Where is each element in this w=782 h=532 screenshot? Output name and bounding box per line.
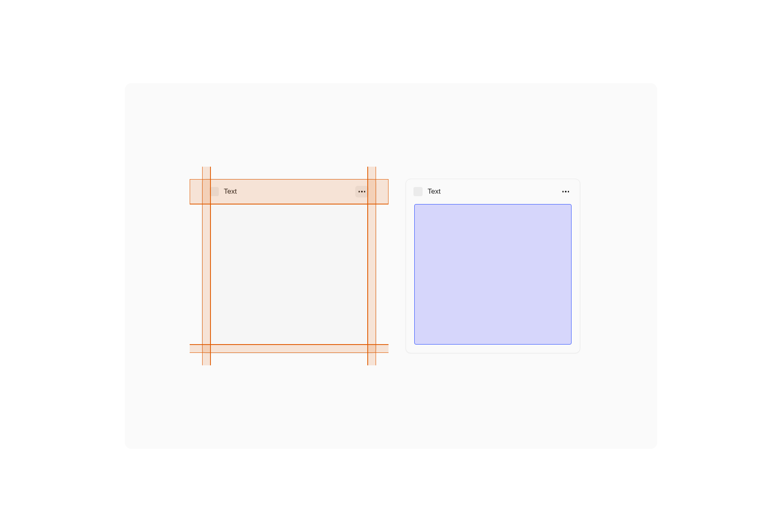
guide-lines — [190, 167, 389, 365]
content-slot-selected[interactable] — [414, 204, 572, 345]
card-body — [406, 204, 580, 353]
design-canvas: Text — [125, 83, 657, 449]
card-header: Text — [406, 179, 580, 204]
card-with-guides: Text — [202, 179, 376, 353]
placeholder-icon — [413, 187, 423, 196]
card-with-selection: Text — [406, 179, 580, 353]
more-button[interactable] — [559, 186, 572, 197]
card-title: Text — [428, 187, 559, 196]
more-icon — [562, 191, 569, 192]
